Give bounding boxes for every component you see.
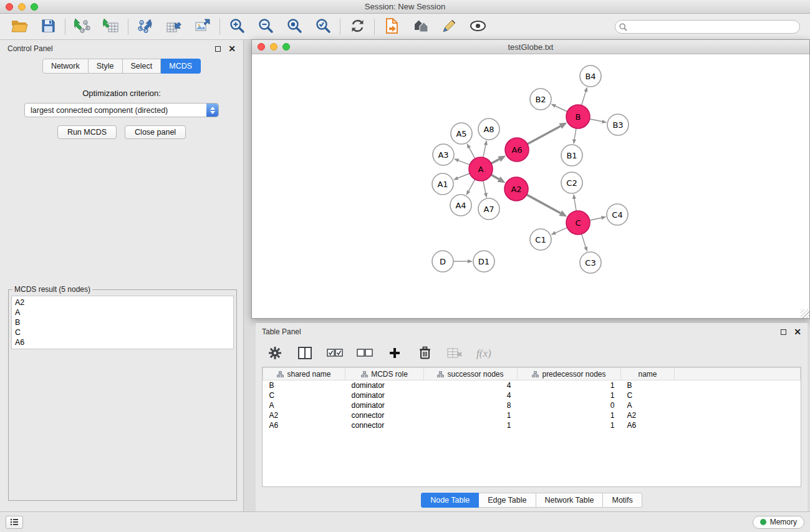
graph-node[interactable]: A2: [504, 177, 528, 201]
column-header-mcds-role[interactable]: MCDS role: [345, 368, 424, 380]
graph-edge[interactable]: [483, 140, 488, 158]
close-window-button[interactable]: [6, 3, 13, 11]
document-export-button[interactable]: [382, 17, 401, 36]
import-network-file-button[interactable]: [73, 17, 92, 36]
zoom-fit-button[interactable]: [285, 17, 304, 36]
graph-node[interactable]: C3: [580, 252, 601, 273]
graph-edge[interactable]: [590, 216, 607, 220]
table-cell[interactable]: connector: [345, 410, 424, 420]
apply-layout-button[interactable]: [348, 17, 367, 36]
graph-edge[interactable]: [453, 259, 473, 263]
network-overview-button[interactable]: [411, 17, 430, 36]
export-network-button[interactable]: [136, 17, 155, 36]
graph-node[interactable]: C4: [607, 204, 628, 225]
mcds-result-list[interactable]: A2ABCA6: [11, 296, 234, 349]
save-session-button[interactable]: [39, 17, 57, 36]
table-cell[interactable]: 1: [424, 420, 518, 430]
criterion-dropdown[interactable]: largest connected component (directed): [24, 103, 219, 117]
table-cell[interactable]: 1: [518, 420, 621, 430]
graph-node[interactable]: A3: [433, 144, 454, 165]
graph-node[interactable]: A4: [450, 195, 471, 216]
mcds-result-item[interactable]: A6: [15, 337, 230, 347]
select-all-button[interactable]: [327, 346, 343, 362]
graph-node[interactable]: A8: [478, 118, 499, 140]
graph-edge[interactable]: [483, 181, 488, 198]
tab-mcds[interactable]: MCDS: [161, 59, 201, 74]
tab-style[interactable]: Style: [89, 59, 123, 74]
table-cell[interactable]: B: [263, 380, 345, 390]
deselect-all-button[interactable]: [357, 346, 373, 362]
zoom-window-button[interactable]: [31, 3, 38, 11]
graph-edge[interactable]: [454, 158, 470, 165]
tab-edge-table[interactable]: Edge Table: [479, 493, 536, 508]
graph-node[interactable]: B1: [561, 145, 582, 166]
graph-node[interactable]: A5: [451, 123, 472, 144]
graph-edge[interactable]: [466, 180, 475, 196]
column-header-predecessor-nodes[interactable]: predecessor nodes: [518, 368, 621, 380]
zoom-selected-button[interactable]: [314, 17, 332, 36]
graph-edge[interactable]: [467, 143, 475, 159]
window-resize-grip[interactable]: [801, 309, 809, 318]
graph-edge[interactable]: [453, 173, 470, 180]
mcds-result-item[interactable]: B: [15, 317, 230, 327]
table-cell[interactable]: A2: [621, 410, 675, 420]
table-cell[interactable]: A2: [263, 410, 345, 420]
table-row[interactable]: Bdominator41B: [263, 380, 801, 390]
close-table-panel-button[interactable]: ✕: [794, 327, 801, 336]
edit-style-button[interactable]: [440, 17, 458, 36]
table-cell[interactable]: 4: [424, 390, 518, 400]
graph-node[interactable]: D: [432, 251, 453, 272]
table-row[interactable]: A6connector11A6: [263, 420, 801, 430]
table-cell[interactable]: A6: [263, 420, 345, 430]
tab-network-table[interactable]: Network Table: [536, 493, 604, 508]
import-table-file-button[interactable]: [102, 17, 120, 36]
table-cell[interactable]: C: [621, 390, 675, 400]
table-cell[interactable]: 0: [518, 400, 621, 410]
tab-motifs[interactable]: Motifs: [603, 493, 642, 508]
table-cell[interactable]: 1: [424, 410, 518, 420]
table-cell[interactable]: A: [263, 400, 345, 410]
mcds-result-item[interactable]: C: [15, 327, 230, 337]
export-table-button[interactable]: [165, 17, 183, 36]
panel-menu-button[interactable]: [6, 516, 23, 529]
graph-node[interactable]: A6: [505, 138, 529, 162]
graph-node[interactable]: B: [566, 105, 590, 128]
mcds-result-item[interactable]: A2: [15, 297, 230, 307]
add-column-button[interactable]: [387, 346, 403, 362]
graph-edge[interactable]: [590, 119, 607, 123]
export-image-button[interactable]: [193, 17, 212, 36]
table-cell[interactable]: A6: [621, 420, 675, 430]
graph-node[interactable]: C1: [530, 229, 551, 250]
graph-node[interactable]: D1: [473, 251, 494, 272]
open-session-button[interactable]: [10, 17, 29, 36]
table-cell[interactable]: C: [263, 390, 345, 400]
minimize-network-window-button[interactable]: [270, 43, 277, 51]
graph-edge[interactable]: [582, 87, 588, 105]
graph-node[interactable]: C2: [561, 172, 582, 193]
search-input[interactable]: [615, 20, 800, 34]
delete-column-button[interactable]: [417, 346, 433, 362]
table-cell[interactable]: dominator: [345, 390, 424, 400]
table-cell[interactable]: B: [621, 380, 675, 390]
function-builder-button[interactable]: f(x): [476, 347, 491, 360]
graph-edge[interactable]: [491, 175, 506, 183]
zoom-out-button[interactable]: [256, 17, 275, 36]
column-header-name[interactable]: name: [621, 368, 675, 380]
float-panel-button[interactable]: [215, 46, 221, 52]
table-cell[interactable]: 1: [518, 410, 621, 420]
table-cell[interactable]: dominator: [345, 400, 424, 410]
show-columns-button[interactable]: [297, 346, 313, 362]
tab-select[interactable]: Select: [123, 59, 162, 74]
table-row[interactable]: Cdominator41C: [263, 390, 801, 400]
graph-edge[interactable]: [491, 155, 506, 163]
table-cell[interactable]: 8: [424, 400, 518, 410]
close-panel-icon-button[interactable]: ✕: [228, 44, 236, 53]
table-cell[interactable]: connector: [345, 420, 424, 430]
float-table-panel-button[interactable]: [781, 329, 786, 335]
close-panel-button[interactable]: Close panel: [125, 125, 186, 139]
memory-button[interactable]: Memory: [753, 516, 804, 529]
tab-network[interactable]: Network: [42, 59, 89, 74]
table-settings-button[interactable]: [267, 346, 283, 362]
graph-edge[interactable]: [582, 234, 587, 252]
table-cell[interactable]: A: [621, 400, 675, 410]
